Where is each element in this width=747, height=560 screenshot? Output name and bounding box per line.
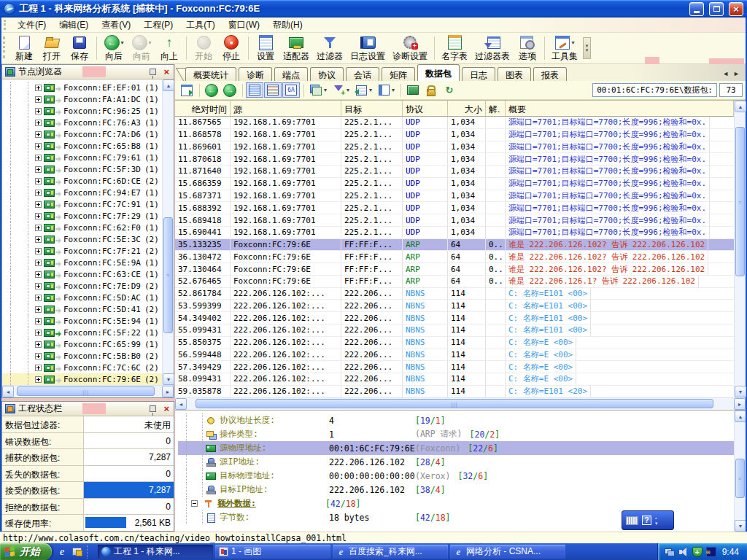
menu-item[interactable]: 工具(T) [179,18,221,33]
column-header[interactable]: 概要 [506,101,734,116]
menu-item[interactable]: 帮助(H) [266,18,309,33]
packet-row[interactable]: 15.688392192.168.1.69:7701225.2.1...UDP1… [175,202,734,214]
menu-item[interactable]: 文件(F) [11,18,53,33]
column-header[interactable]: 源 [231,101,341,116]
sound-meter-icon[interactable] [706,547,716,557]
tab-图表[interactable]: 图表 [498,67,531,81]
expand-icon[interactable] [35,155,42,161]
expand-icon[interactable] [35,201,42,208]
help-icon[interactable]: ? [642,516,651,525]
node-item[interactable]: Foxconn:EF:EF:01(1) [2,82,174,93]
name-table-button[interactable]: 名字表 [438,34,471,63]
expand-icon[interactable] [35,260,42,266]
back-arrow-button[interactable]: ▾向后 [100,34,128,63]
packet-row[interactable]: 37.130464Foxconn:FC:79:6EFF:FF:F...ARP64… [175,263,734,276]
tab-端点[interactable]: 端点 [274,67,308,81]
scroll-down-icon[interactable]: ▼ [163,373,174,385]
scrollbar-thumb[interactable]: ≡ [735,127,745,276]
lock-button[interactable] [422,82,440,98]
close-button[interactable]: × [729,2,743,16]
packet-row[interactable]: 52.676465Foxconn:FC:79:6EFF:FF:F...ARP64… [175,276,734,288]
expand-icon[interactable] [35,271,42,278]
node-item[interactable]: Foxconn:FC:94:E7(1) [2,187,174,198]
packet-horizontal-scrollbar[interactable]: ◄ ||| ► [175,397,746,410]
keyboard-icon[interactable] [626,516,638,525]
tab-scroll-left-icon[interactable]: ◄ [722,70,729,77]
expand-icon[interactable] [35,108,42,114]
node-item[interactable]: Foxconn:FC:5D:41(2) [2,303,174,315]
pin-icon[interactable] [150,69,156,75]
scrollbar-thumb[interactable]: ≡ [163,217,173,333]
expand-icon[interactable] [35,283,42,289]
packet-row[interactable]: 11.868578192.168.1.69:7701225.2.1...UDP1… [175,129,734,141]
node-item[interactable]: Foxconn:FC:63:CE(1) [2,268,174,280]
packet-row[interactable]: 15.690441192.168.1.69:7701225.2.1...UDP1… [175,227,734,239]
column-header[interactable]: 协议 [403,101,448,116]
start-button[interactable]: 开始 [0,543,52,560]
adapter-card-button[interactable]: 适配器 [279,34,313,63]
scrollbar-thumb[interactable]: ||| [196,399,713,408]
node-item[interactable]: Foxconn:FC:7C:6C(2) [2,362,174,373]
new-document-button[interactable]: 新建 [10,34,38,63]
expand-icon[interactable] [35,330,42,336]
node-item[interactable]: Foxconn:FC:7A:D6(1) [2,128,174,140]
column-header[interactable]: 大小 [448,101,486,116]
expand-icon[interactable] [35,236,42,243]
pin-icon[interactable] [150,405,156,412]
expand-icon[interactable] [35,166,42,173]
options-gear-button[interactable]: 选项 [514,34,541,63]
node-item[interactable]: Foxconn:FC:79:61(1) [2,152,174,163]
tab-日志[interactable]: 日志 [462,67,495,81]
goto-table-button[interactable]: ▾ [352,82,374,98]
scroll-up-icon[interactable]: ▲ [163,79,174,91]
expand-icon[interactable] [35,96,42,103]
stop-capture-button[interactable]: 停止 [217,34,245,63]
tab-协议[interactable]: 协议 [310,67,344,81]
add-filter-button[interactable]: ▾ [330,82,352,98]
node-item[interactable]: Foxconn:FC:5E:94(1) [2,315,174,327]
tab-诊断[interactable]: 诊断 [239,67,272,81]
node-item[interactable]: Foxconn:FA:A1:DC(1) [2,93,174,105]
expand-icon[interactable] [35,295,42,301]
packet-row[interactable]: 36.130472Foxconn:FC:79:6EFF:FF:F...ARP64… [175,251,734,263]
decode-row[interactable]: 目标物理地址:00:00:00:00:00:00(Xerox)[32/6] [178,469,734,483]
save-disk-button[interactable]: 保存 [66,34,93,63]
internet-explorer-icon[interactable]: e [56,546,68,558]
view-detail-button[interactable] [264,82,282,98]
toolbar-overflow-button[interactable]: ▾▾ [583,37,591,59]
packet-vertical-scrollbar[interactable]: ▲ ≡ ▼ [734,101,746,397]
decode-row[interactable]: 额外数据:[42/18] [178,497,734,510]
up-arrow-button[interactable]: 向上 [155,34,183,63]
tab-报表[interactable]: 报表 [533,67,567,81]
scrollbar-thumb[interactable]: ||| [17,386,155,396]
menu-item[interactable]: 窗口(W) [222,18,266,33]
packet-row[interactable]: 55.099431222.206.126.102:...222.206...NB… [175,324,734,337]
scroll-up-icon[interactable]: ▲ [735,411,746,422]
expand-icon[interactable] [35,143,42,149]
menu-item[interactable]: 编辑(E) [53,18,95,33]
packet-row[interactable]: 35.133235Foxconn:FC:79:6EFF:FF:F...ARP64… [175,239,734,252]
packet-row[interactable]: 11.870618192.168.1.69:7701225.2.1...UDP1… [175,153,734,166]
scrollbar-thumb[interactable]: ≡ [735,459,745,497]
tab-会话[interactable]: 会话 [346,67,379,81]
tab-概要统计[interactable]: 概要统计 [185,67,236,81]
packet-row[interactable]: 11.871640192.168.1.69:7701225.2.1...UDP1… [175,166,734,178]
node-item[interactable]: Foxconn:FC:7E:D9(2) [2,280,174,292]
view-list-button[interactable] [246,82,263,98]
sidebar-horizontal-scrollbar[interactable]: ◄ ||| ► [2,385,174,397]
filter-funnel-button[interactable]: 过滤器 [313,34,347,63]
node-item[interactable]: Foxconn:FC:65:B8(1) [2,140,174,152]
packet-row[interactable]: 55.850375222.206.126.102:...222.206...NB… [175,337,734,349]
sidebar-vertical-scrollbar[interactable]: ▲ ≡ ▼ [162,79,174,385]
packet-row[interactable]: 15.689418192.168.1.69:7701225.2.1...UDP1… [175,214,734,227]
node-item[interactable]: Foxconn:FC:79:6E(2) [2,373,174,385]
toolbar-grip[interactable] [3,36,7,58]
export-packets-button[interactable] [178,82,196,98]
buffer-button[interactable] [404,82,422,98]
decode-row[interactable]: 源IP地址:222.206.126.102[28/4] [178,455,734,469]
close-panel-icon[interactable]: × [163,67,169,77]
volume-icon[interactable] [678,547,689,557]
security-shield-icon[interactable] [692,547,703,557]
language-bar-options-icon[interactable]: ▪▾ [655,516,658,526]
expand-icon[interactable] [35,225,42,231]
